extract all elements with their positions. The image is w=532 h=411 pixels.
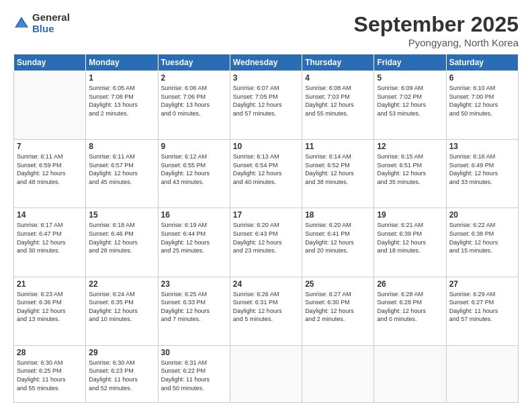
day-number: 14 — [17, 210, 83, 220]
day-info: Sunrise: 6:24 AM Sunset: 6:35 PM Dayligh… — [89, 290, 154, 324]
day-info: Sunrise: 6:22 AM Sunset: 6:38 PM Dayligh… — [449, 221, 515, 255]
calendar-cell — [230, 345, 302, 402]
day-number: 8 — [89, 142, 154, 151]
day-info: Sunrise: 6:16 AM Sunset: 6:49 PM Dayligh… — [449, 152, 515, 186]
calendar-cell: 20Sunrise: 6:22 AM Sunset: 6:38 PM Dayli… — [446, 208, 518, 277]
calendar-header-row: SundayMondayTuesdayWednesdayThursdayFrid… — [14, 54, 519, 71]
logo-general: General — [32, 12, 70, 24]
day-number: 16 — [161, 210, 227, 220]
day-number: 5 — [377, 73, 443, 83]
calendar-cell: 6Sunrise: 6:10 AM Sunset: 7:00 PM Daylig… — [446, 71, 518, 140]
day-number: 11 — [305, 142, 371, 151]
logo-icon — [13, 15, 30, 32]
day-number: 29 — [89, 348, 154, 357]
calendar-cell — [374, 345, 446, 402]
day-number: 1 — [89, 73, 154, 83]
day-number: 13 — [449, 142, 515, 151]
day-number: 26 — [377, 279, 443, 289]
day-number: 18 — [305, 210, 371, 220]
calendar-cell: 1Sunrise: 6:05 AM Sunset: 7:08 PM Daylig… — [86, 71, 158, 140]
calendar-week-3: 14Sunrise: 6:17 AM Sunset: 6:47 PM Dayli… — [14, 208, 519, 277]
day-info: Sunrise: 6:26 AM Sunset: 6:31 PM Dayligh… — [233, 290, 299, 324]
calendar-cell: 27Sunrise: 6:29 AM Sunset: 6:27 PM Dayli… — [446, 277, 518, 345]
calendar-week-1: 1Sunrise: 6:05 AM Sunset: 7:08 PM Daylig… — [14, 71, 519, 140]
calendar-cell: 30Sunrise: 6:31 AM Sunset: 6:22 PM Dayli… — [158, 345, 230, 402]
calendar-cell: 22Sunrise: 6:24 AM Sunset: 6:35 PM Dayli… — [86, 277, 158, 345]
day-info: Sunrise: 6:14 AM Sunset: 6:52 PM Dayligh… — [305, 152, 371, 186]
day-number: 23 — [161, 279, 227, 289]
day-info: Sunrise: 6:11 AM Sunset: 6:57 PM Dayligh… — [89, 152, 154, 186]
weekday-header-tuesday: Tuesday — [158, 54, 230, 71]
weekday-header-wednesday: Wednesday — [230, 54, 302, 71]
day-number: 25 — [305, 279, 371, 289]
day-info: Sunrise: 6:28 AM Sunset: 6:28 PM Dayligh… — [377, 290, 443, 324]
day-info: Sunrise: 6:23 AM Sunset: 6:36 PM Dayligh… — [17, 290, 83, 324]
logo-text: General Blue — [32, 12, 70, 34]
day-number: 7 — [17, 142, 83, 151]
day-info: Sunrise: 6:30 AM Sunset: 6:23 PM Dayligh… — [89, 359, 154, 392]
calendar-cell: 17Sunrise: 6:20 AM Sunset: 6:43 PM Dayli… — [230, 208, 302, 277]
day-info: Sunrise: 6:20 AM Sunset: 6:43 PM Dayligh… — [233, 221, 299, 255]
calendar-table: SundayMondayTuesdayWednesdayThursdayFrid… — [13, 54, 519, 403]
calendar-cell: 14Sunrise: 6:17 AM Sunset: 6:47 PM Dayli… — [14, 208, 86, 277]
day-number: 9 — [161, 142, 227, 151]
weekday-header-friday: Friday — [374, 54, 446, 71]
calendar-cell: 21Sunrise: 6:23 AM Sunset: 6:36 PM Dayli… — [14, 277, 86, 345]
logo: General Blue — [13, 12, 70, 34]
day-number: 30 — [161, 348, 227, 357]
day-number: 20 — [449, 210, 515, 220]
day-number: 19 — [377, 210, 443, 220]
day-number: 10 — [233, 142, 299, 151]
calendar-cell: 15Sunrise: 6:18 AM Sunset: 6:46 PM Dayli… — [86, 208, 158, 277]
day-info: Sunrise: 6:09 AM Sunset: 7:02 PM Dayligh… — [377, 84, 443, 118]
calendar-cell: 13Sunrise: 6:16 AM Sunset: 6:49 PM Dayli… — [446, 140, 518, 208]
weekday-header-saturday: Saturday — [446, 54, 518, 71]
calendar-cell: 8Sunrise: 6:11 AM Sunset: 6:57 PM Daylig… — [86, 140, 158, 208]
day-info: Sunrise: 6:05 AM Sunset: 7:08 PM Dayligh… — [89, 84, 154, 118]
calendar-cell: 16Sunrise: 6:19 AM Sunset: 6:44 PM Dayli… — [158, 208, 230, 277]
calendar-cell: 29Sunrise: 6:30 AM Sunset: 6:23 PM Dayli… — [86, 345, 158, 402]
day-info: Sunrise: 6:31 AM Sunset: 6:22 PM Dayligh… — [161, 359, 227, 392]
day-info: Sunrise: 6:10 AM Sunset: 7:00 PM Dayligh… — [449, 84, 515, 118]
logo-blue: Blue — [32, 24, 70, 35]
day-number: 21 — [17, 279, 83, 289]
calendar-cell: 24Sunrise: 6:26 AM Sunset: 6:31 PM Dayli… — [230, 277, 302, 345]
calendar-page: General Blue September 2025 Pyongyang, N… — [0, 0, 532, 411]
day-info: Sunrise: 6:30 AM Sunset: 6:25 PM Dayligh… — [17, 359, 83, 392]
calendar-cell: 25Sunrise: 6:27 AM Sunset: 6:30 PM Dayli… — [302, 277, 374, 345]
day-info: Sunrise: 6:18 AM Sunset: 6:46 PM Dayligh… — [89, 221, 154, 255]
calendar-cell: 3Sunrise: 6:07 AM Sunset: 7:05 PM Daylig… — [230, 71, 302, 140]
calendar-cell: 4Sunrise: 6:08 AM Sunset: 7:03 PM Daylig… — [302, 71, 374, 140]
weekday-header-sunday: Sunday — [14, 54, 86, 71]
day-number: 4 — [305, 73, 371, 83]
month-title: September 2025 — [354, 12, 519, 37]
day-number: 28 — [17, 348, 83, 357]
day-info: Sunrise: 6:17 AM Sunset: 6:47 PM Dayligh… — [17, 221, 83, 255]
day-number: 17 — [233, 210, 299, 220]
day-info: Sunrise: 6:07 AM Sunset: 7:05 PM Dayligh… — [233, 84, 299, 118]
day-info: Sunrise: 6:25 AM Sunset: 6:33 PM Dayligh… — [161, 290, 227, 324]
day-info: Sunrise: 6:06 AM Sunset: 7:06 PM Dayligh… — [161, 84, 227, 118]
calendar-cell: 28Sunrise: 6:30 AM Sunset: 6:25 PM Dayli… — [14, 345, 86, 402]
day-info: Sunrise: 6:11 AM Sunset: 6:59 PM Dayligh… — [17, 152, 83, 186]
weekday-header-thursday: Thursday — [302, 54, 374, 71]
header: General Blue September 2025 Pyongyang, N… — [13, 12, 519, 48]
day-number: 6 — [449, 73, 515, 83]
day-number: 15 — [89, 210, 154, 220]
day-info: Sunrise: 6:13 AM Sunset: 6:54 PM Dayligh… — [233, 152, 299, 186]
calendar-cell: 11Sunrise: 6:14 AM Sunset: 6:52 PM Dayli… — [302, 140, 374, 208]
day-info: Sunrise: 6:19 AM Sunset: 6:44 PM Dayligh… — [161, 221, 227, 255]
day-info: Sunrise: 6:12 AM Sunset: 6:55 PM Dayligh… — [161, 152, 227, 186]
calendar-cell: 12Sunrise: 6:15 AM Sunset: 6:51 PM Dayli… — [374, 140, 446, 208]
calendar-week-2: 7Sunrise: 6:11 AM Sunset: 6:59 PM Daylig… — [14, 140, 519, 208]
day-number: 2 — [161, 73, 227, 83]
calendar-cell: 26Sunrise: 6:28 AM Sunset: 6:28 PM Dayli… — [374, 277, 446, 345]
day-info: Sunrise: 6:20 AM Sunset: 6:41 PM Dayligh… — [305, 221, 371, 255]
location: Pyongyang, North Korea — [354, 37, 519, 48]
day-number: 12 — [377, 142, 443, 151]
calendar-cell: 10Sunrise: 6:13 AM Sunset: 6:54 PM Dayli… — [230, 140, 302, 208]
calendar-cell: 2Sunrise: 6:06 AM Sunset: 7:06 PM Daylig… — [158, 71, 230, 140]
calendar-cell — [446, 345, 518, 402]
calendar-week-4: 21Sunrise: 6:23 AM Sunset: 6:36 PM Dayli… — [14, 277, 519, 345]
title-block: September 2025 Pyongyang, North Korea — [354, 12, 519, 48]
